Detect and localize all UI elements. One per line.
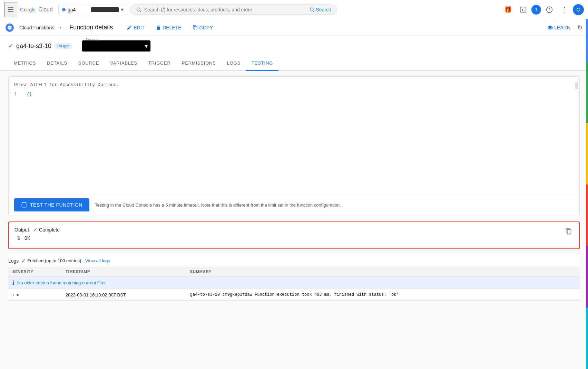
tab-details[interactable]: DETAILS bbox=[41, 56, 73, 71]
help-icon: ? bbox=[546, 6, 553, 13]
col-severity: SEVERITY bbox=[8, 267, 61, 277]
tab-metrics[interactable]: METRICS bbox=[8, 56, 41, 71]
code-editor[interactable]: Press Alt+F1 for Accessibility Options. … bbox=[9, 77, 579, 194]
line-number: 1 bbox=[14, 92, 21, 97]
logs-table-body: ℹ No older entries found matching curren… bbox=[8, 277, 580, 301]
log-expand-icon[interactable]: › bbox=[12, 292, 14, 297]
breadcrumb-label: Cloud Functions bbox=[19, 25, 54, 30]
log-no-entries-cell: ℹ No older entries found matching curren… bbox=[8, 277, 580, 289]
version-selector-wrapper[interactable]: Version ▾ bbox=[82, 40, 151, 52]
output-dollar-sign: $ bbox=[17, 236, 20, 241]
test-function-label: TEST THE FUNCTION bbox=[30, 202, 82, 208]
hamburger-menu-button[interactable]: ☰ bbox=[4, 2, 17, 17]
notification-badge[interactable]: 1 bbox=[531, 5, 541, 15]
logs-label: Logs bbox=[8, 258, 19, 264]
tab-trigger[interactable]: TRIGGER bbox=[143, 56, 176, 71]
log-row: › ● 2023-08-01 16:13:02.007 BST ga4-to-s… bbox=[8, 289, 580, 301]
svg-point-2 bbox=[310, 8, 313, 11]
top-navigation: ☰ Google Cloud ga4 ▾ Search 🎁 bbox=[0, 0, 588, 19]
col-summary: SUMMARY bbox=[186, 267, 580, 277]
back-button[interactable]: ← bbox=[58, 23, 65, 31]
help-icon-button[interactable]: ? bbox=[542, 3, 556, 17]
edit-icon bbox=[127, 25, 132, 30]
edge-yellow bbox=[586, 123, 588, 184]
copy-icon bbox=[193, 25, 198, 30]
functions-icon bbox=[7, 25, 12, 30]
search-button[interactable]: Search bbox=[309, 7, 331, 12]
delete-label: DELETE bbox=[163, 25, 181, 30]
learn-icon bbox=[547, 25, 553, 30]
logs-status-text: Fetched (up to 100 entries). bbox=[27, 258, 82, 263]
terminal-icon bbox=[520, 6, 527, 13]
more-vert-icon: ⋮ bbox=[561, 6, 568, 13]
tab-logs[interactable]: LOGS bbox=[222, 56, 246, 71]
test-action-bar: TEST THE FUNCTION Testing in the Cloud C… bbox=[9, 194, 579, 216]
learn-label: LEARN bbox=[554, 25, 570, 30]
gift-icon-button[interactable]: 🎁 bbox=[501, 3, 515, 17]
output-label: Output bbox=[14, 227, 29, 233]
tab-variables[interactable]: VARIABLES bbox=[105, 56, 143, 71]
log-summary-cell: ga4-to-s3-10 cm9gkep3fdaw Function execu… bbox=[186, 289, 580, 301]
copy-label: COPY bbox=[199, 25, 213, 30]
chevron-down-icon: ▾ bbox=[121, 6, 124, 13]
more-icon-button[interactable]: ⋮ bbox=[558, 3, 571, 17]
copy-output-button[interactable] bbox=[564, 226, 574, 238]
delete-icon bbox=[156, 25, 161, 30]
action-buttons: EDIT DELETE COPY bbox=[122, 23, 217, 32]
nav-right-icons: 🎁 1 ? ⋮ G bbox=[501, 3, 584, 17]
code-line-1: 1 {} bbox=[14, 92, 574, 97]
copy-button[interactable]: COPY bbox=[188, 23, 217, 32]
svg-text:?: ? bbox=[548, 8, 550, 12]
info-icon: ℹ bbox=[12, 280, 14, 286]
test-function-button[interactable]: TEST THE FUNCTION bbox=[14, 198, 89, 211]
code-content: {} bbox=[27, 92, 32, 97]
google-cloud-logo: Google Cloud bbox=[20, 7, 53, 13]
logs-check-icon: ✓ bbox=[21, 257, 26, 264]
logs-table: SEVERITY TIMESTAMP SUMMARY ℹ No older en… bbox=[8, 267, 580, 301]
search-icon bbox=[136, 7, 141, 12]
svg-line-3 bbox=[313, 11, 314, 12]
project-selector[interactable]: ga4 ▾ bbox=[58, 4, 127, 15]
edit-label: EDIT bbox=[134, 25, 145, 30]
version-select[interactable]: ▾ bbox=[82, 40, 151, 52]
tab-source[interactable]: SOURCE bbox=[73, 56, 105, 71]
test-notice-text: Testing in the Cloud Console has a 5 min… bbox=[95, 202, 574, 208]
logs-table-header: SEVERITY TIMESTAMP SUMMARY bbox=[8, 267, 580, 277]
main-content: Press Alt+F1 for Accessibility Options. … bbox=[0, 71, 588, 306]
log-debug-icon: ● bbox=[16, 292, 19, 297]
output-value: $ OK bbox=[14, 236, 564, 241]
project-name: ga4 bbox=[68, 7, 89, 12]
editor-scrollbar[interactable] bbox=[575, 82, 578, 89]
tab-testing[interactable]: TESTING bbox=[246, 56, 278, 71]
log-no-entries-row: ℹ No older entries found matching curren… bbox=[8, 277, 580, 289]
project-dot-icon bbox=[62, 8, 66, 11]
user-avatar[interactable]: G bbox=[573, 4, 584, 15]
tab-permissions[interactable]: PERMISSIONS bbox=[176, 56, 222, 71]
logs-section: Logs ✓ Fetched (up to 100 entries). View… bbox=[8, 255, 580, 301]
view-all-logs-link[interactable]: View all logs bbox=[85, 258, 110, 263]
function-header: ✓ ga4-to-s3-10 1st gen Version ▾ bbox=[0, 36, 588, 56]
refresh-button[interactable]: ↻ bbox=[577, 24, 582, 31]
edge-green bbox=[586, 62, 588, 123]
search-input[interactable] bbox=[144, 7, 306, 12]
learn-button[interactable]: LEARN bbox=[547, 25, 570, 30]
search-btn-icon bbox=[309, 7, 315, 12]
terminal-icon-button[interactable] bbox=[516, 3, 530, 17]
logs-header: Logs ✓ Fetched (up to 100 entries). View… bbox=[8, 255, 580, 267]
search-bar[interactable]: Search bbox=[130, 4, 337, 15]
logo-text: Google Cloud bbox=[20, 7, 53, 13]
copy-output-icon bbox=[565, 228, 572, 235]
no-entries-text: No older entries found matching current … bbox=[17, 280, 107, 285]
edit-button[interactable]: EDIT bbox=[122, 23, 149, 32]
cloud-functions-icon bbox=[6, 23, 14, 32]
tab-bar: METRICS DETAILS SOURCE VARIABLES TRIGGER… bbox=[0, 56, 588, 71]
version-dropdown-icon: ▾ bbox=[145, 43, 148, 49]
function-name: ga4-to-s3-10 bbox=[16, 42, 51, 50]
page-title: Function details bbox=[69, 24, 113, 31]
log-severity-cell: › ● bbox=[8, 289, 61, 301]
log-timestamp-cell: 2023-08-01 16:13:02.007 BST bbox=[61, 289, 186, 301]
output-section: Output ✓ Complete $ OK bbox=[8, 221, 580, 249]
output-content: Output ✓ Complete $ OK bbox=[14, 226, 564, 241]
delete-button[interactable]: DELETE bbox=[151, 23, 185, 32]
version-value bbox=[86, 43, 137, 49]
